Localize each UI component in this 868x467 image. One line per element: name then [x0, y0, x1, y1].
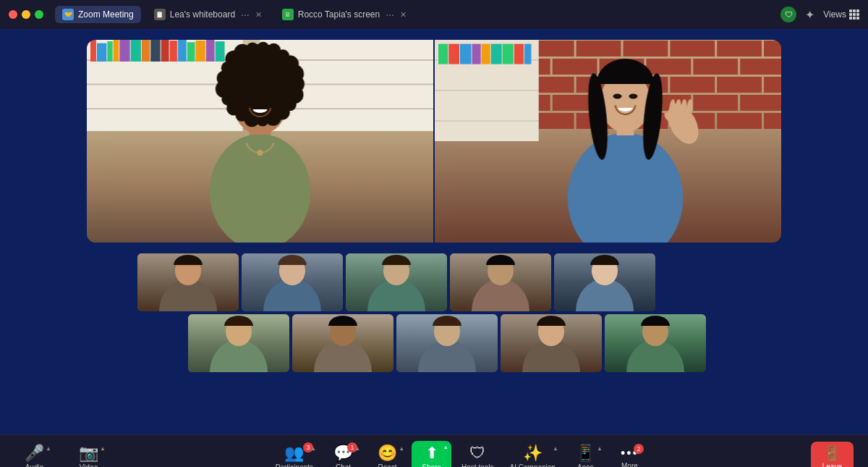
- apps-button[interactable]: 📱 Apps ▲: [566, 442, 605, 467]
- participants-label: Participants: [276, 463, 313, 467]
- main-video-panel-1: [87, 40, 435, 243]
- leave-button[interactable]: 🚪 Leave: [811, 442, 854, 467]
- ai-companion-label: AI Companion: [510, 463, 556, 467]
- toolbar-left: 🎤 Audio ▲ 📷 Video ▲: [14, 442, 109, 467]
- tab-whiteboard-label: Lea's whiteboard: [170, 9, 235, 20]
- thumbnail-7-inner: [292, 314, 393, 372]
- close-button[interactable]: [9, 10, 17, 19]
- chat-button[interactable]: 💬 Chat 1 ▲: [323, 442, 363, 467]
- host-tools-button[interactable]: 🛡 Host tools: [456, 442, 499, 467]
- chat-label: Chat: [336, 463, 351, 467]
- tab-whiteboard[interactable]: 📋 Lea's whiteboard ··· ✕: [147, 6, 269, 23]
- screen-share-tab-dots: ···: [386, 9, 394, 20]
- thumbnail-10-inner: [605, 314, 706, 372]
- share-arrow: ▲: [443, 444, 448, 450]
- audio-arrow: ▲: [46, 445, 51, 452]
- grid-views-icon: [849, 9, 859, 20]
- main-content: [0, 29, 868, 434]
- window-controls: [9, 10, 43, 19]
- leave-label: Leave: [822, 463, 842, 467]
- thumbnail-7[interactable]: [292, 314, 393, 372]
- more-button[interactable]: ••• More 2: [610, 444, 650, 467]
- tab-screen-share-label: Rocco Tapia's screen: [298, 9, 380, 20]
- video-button[interactable]: 📷 Video ▲: [69, 442, 109, 467]
- chat-arrow: ▲: [354, 445, 360, 452]
- ai-companion-arrow: ▲: [553, 445, 558, 452]
- ai-companion-icon: ✨: [523, 445, 542, 461]
- thumbnail-1-inner: [137, 253, 239, 311]
- screen-share-close-button[interactable]: ✕: [400, 10, 407, 20]
- audio-label: Audio: [25, 463, 44, 467]
- main-video-panel-2: [435, 40, 781, 243]
- minimize-button[interactable]: [22, 10, 30, 19]
- more-badge: 2: [634, 444, 644, 454]
- thumbnail-6-inner: [188, 314, 289, 372]
- thumbnail-row-1: [137, 253, 731, 311]
- thumbnail-row-2: [137, 314, 731, 372]
- react-icon: 😊: [378, 445, 397, 461]
- whiteboard-close-button[interactable]: ✕: [255, 10, 262, 20]
- thumbnail-3-inner: [346, 253, 447, 311]
- toolbar-right: 🚪 Leave: [811, 442, 854, 467]
- thumbnail-2-inner: [242, 253, 343, 311]
- more-label: More: [621, 462, 638, 467]
- video-label: Video: [80, 463, 98, 467]
- toolbar: 🎤 Audio ▲ 📷 Video ▲ 👥 Participants 3 ▲ 💬…: [0, 434, 868, 467]
- ai-companion-button[interactable]: ✨ AI Companion ▲: [504, 442, 561, 467]
- whiteboard-icon: 📋: [154, 9, 166, 20]
- thumbnail-8-inner: [396, 314, 498, 372]
- zoom-meeting-icon: 🤝: [62, 9, 74, 20]
- react-button[interactable]: 😊 React ▲: [367, 442, 407, 467]
- tab-zoom-meeting[interactable]: 🤝 Zoom Meeting: [55, 6, 141, 23]
- toolbar-center: 👥 Participants 3 ▲ 💬 Chat 1 ▲ 😊 React ▲ …: [270, 441, 650, 467]
- screen-share-icon: 🖥: [282, 9, 294, 20]
- thumbnail-9[interactable]: [501, 314, 602, 372]
- thumbnail-4-inner: [450, 253, 551, 311]
- participants-icon: 👥: [284, 445, 304, 461]
- thumbnail-2[interactable]: [242, 253, 343, 311]
- react-label: React: [378, 463, 397, 467]
- main-video-canvas-2: [435, 40, 781, 243]
- participants-arrow: ▲: [310, 445, 316, 452]
- thumbnail-9-inner: [501, 314, 602, 372]
- star-icon[interactable]: ✦: [805, 8, 814, 22]
- whiteboard-tab-dots: ···: [241, 9, 250, 20]
- titlebar: 🤝 Zoom Meeting 📋 Lea's whiteboard ··· ✕ …: [0, 0, 868, 29]
- participants-button[interactable]: 👥 Participants 3 ▲: [270, 442, 319, 467]
- thumbnail-10[interactable]: [605, 314, 706, 372]
- titlebar-right: 🛡 ✦ Views: [780, 7, 859, 22]
- thumbnail-6[interactable]: [188, 314, 289, 372]
- video-arrow: ▲: [100, 445, 106, 452]
- host-tools-icon: 🛡: [469, 445, 485, 461]
- apps-arrow: ▲: [597, 445, 603, 452]
- tab-zoom-meeting-label: Zoom Meeting: [78, 9, 134, 20]
- audio-button[interactable]: 🎤 Audio ▲: [14, 442, 54, 467]
- views-button[interactable]: Views: [823, 9, 859, 20]
- main-video-canvas-1: [87, 40, 433, 243]
- apps-icon: 📱: [576, 445, 595, 461]
- share-label: Share: [422, 463, 441, 467]
- maximize-button[interactable]: [35, 10, 43, 19]
- thumbnail-8[interactable]: [396, 314, 498, 372]
- tab-screen-share[interactable]: 🖥 Rocco Tapia's screen ··· ✕: [275, 6, 414, 23]
- react-arrow: ▲: [399, 445, 404, 452]
- thumbnail-3[interactable]: [346, 253, 447, 311]
- share-button[interactable]: ⬆ Share ▲: [412, 441, 451, 467]
- share-icon: ⬆: [425, 445, 438, 461]
- host-tools-label: Host tools: [461, 463, 493, 467]
- thumbnail-5[interactable]: [554, 253, 655, 311]
- audio-icon: 🎤: [25, 445, 44, 461]
- video-icon: 📷: [79, 445, 98, 461]
- shield-security-icon[interactable]: 🛡: [780, 7, 796, 22]
- views-label: Views: [823, 9, 846, 20]
- leave-icon: 🚪: [823, 446, 841, 460]
- thumbnail-1[interactable]: [137, 253, 239, 311]
- thumbnail-5-inner: [554, 253, 655, 311]
- main-video-area: [87, 40, 781, 243]
- thumbnail-4[interactable]: [450, 253, 551, 311]
- thumbnail-strip: [137, 253, 731, 372]
- apps-label: Apps: [577, 463, 594, 467]
